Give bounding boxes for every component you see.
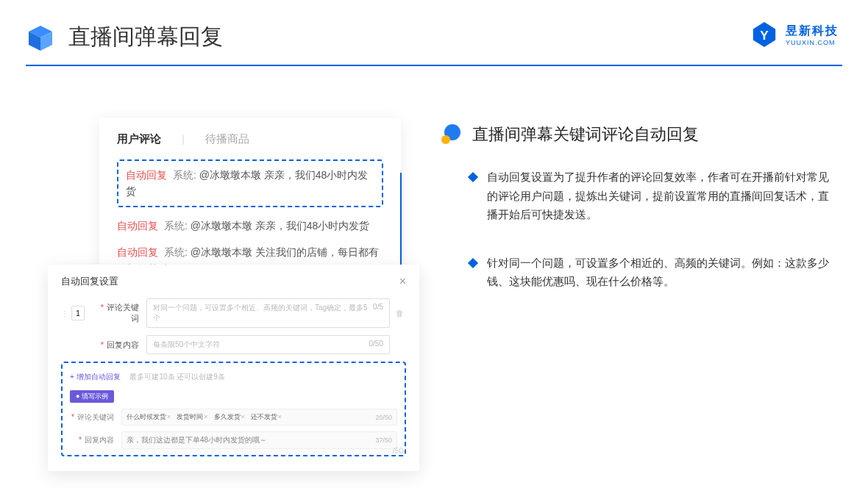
example-badge: ● 填写示例 (70, 390, 114, 403)
ex-tag: 还不发货× (251, 412, 282, 422)
keyword-row: ⋮⋮ 1 *评论关键词 对同一个问题，可设置多个相近、高频的关键词，Tag确定，… (61, 298, 406, 328)
tab-user-comments[interactable]: 用户评论 (117, 132, 161, 146)
dot-icon (441, 124, 462, 145)
logo-mark-icon: Y (750, 21, 778, 49)
ex-keyword-count: 20/50 (375, 414, 392, 421)
auto-reply-tag: 自动回复 (126, 169, 167, 181)
logo-text-en: YUUXIN.COM (786, 39, 839, 46)
ex-tag: 多久发货× (214, 412, 245, 422)
row-number: 1 (71, 306, 85, 320)
reply-placeholder: 每条限50个中文字符 (153, 340, 220, 350)
tab-separator: | (182, 132, 185, 146)
ex-keyword-input[interactable]: 什么时候发货× 发货时间× 多久发货× 还不发货× 20/50 (121, 409, 397, 426)
cube-icon (26, 23, 55, 52)
tab-row: 用户评论 | 待播商品 (117, 132, 383, 146)
brand-logo: Y 昱新科技 YUUXIN.COM (750, 21, 839, 49)
bullet-text: 自动回复设置为了提升作者的评论回复效率，作者可在开播前针对常见的评论用户问题，提… (487, 168, 831, 224)
keyword-count: 0/5 (373, 303, 383, 323)
auto-reply-tag: 自动回复 (117, 246, 158, 258)
ex-reply-count: 37/50 (375, 437, 392, 444)
highlighted-comment: 自动回复 系统: @冰墩墩本墩 亲亲，我们48小时内发货 (117, 159, 383, 207)
section-heading: 直播间弹幕关键词评论自动回复 (441, 123, 831, 146)
drag-handle-icon[interactable]: ⋮⋮ (61, 309, 68, 317)
svg-text:Y: Y (760, 29, 769, 43)
example-box: + 增加自动回复 最多可建10条 还可以创建9条 ● 填写示例 *评论关键词 什… (61, 362, 406, 456)
bullet-text: 针对同一个问题，可设置多个相近的、高频的关键词。例如：这款多少钱、这块能优惠吗、… (487, 254, 831, 291)
reply-input[interactable]: 每条限50个中文字符 0/50 (146, 335, 390, 354)
system-label: 系统: (164, 220, 188, 232)
logo-text-zh: 昱新科技 (786, 24, 839, 39)
tab-pending-products[interactable]: 待播商品 (205, 132, 249, 146)
settings-card: 自动回复设置 × ⋮⋮ 1 *评论关键词 对同一个问题，可设置多个相近、高频的关… (48, 265, 419, 471)
page-title: 直播间弹幕回复 (68, 22, 223, 52)
example-keyword-row: *评论关键词 什么时候发货× 发货时间× 多久发货× 还不发货× 20/50 (70, 409, 397, 426)
add-auto-reply-link[interactable]: + 增加自动回复 最多可建10条 还可以创建9条 (70, 372, 397, 382)
keyword-placeholder: 对同一个问题，可设置多个相近、高频的关键词，Tag确定，最多5个 (153, 303, 373, 323)
auto-reply-tag: 自动回复 (117, 220, 158, 232)
example-reply-row: *回复内容 亲，我们这边都是下单48小时内发货的哦～ 37/50 (70, 431, 397, 449)
ex-reply-label: *回复内容 (70, 435, 114, 445)
bullet-list: 自动回复设置为了提升作者的评论回复效率，作者可在开播前针对常见的评论用户问题，提… (469, 168, 831, 291)
bullet-item: 自动回复设置为了提升作者的评论回复效率，作者可在开播前针对常见的评论用户问题，提… (469, 168, 831, 224)
description-area: 直播间弹幕关键词评论自动回复 自动回复设置为了提升作者的评论回复效率，作者可在开… (441, 123, 831, 320)
stray-count: /50 (393, 447, 403, 455)
system-label: 系统: (164, 246, 188, 258)
ex-tag: 什么时候发货× (127, 412, 171, 422)
header-divider (26, 65, 842, 66)
ex-reply-input[interactable]: 亲，我们这边都是下单48小时内发货的哦～ 37/50 (121, 431, 397, 449)
diamond-icon (468, 257, 478, 268)
page-header: 直播间弹幕回复 (26, 22, 842, 52)
keyword-label: *评论关键词 (95, 302, 139, 324)
trash-icon[interactable]: 🗑 (396, 309, 406, 317)
settings-title-row: 自动回复设置 × (61, 275, 406, 288)
comment-text: @冰墩墩本墩 亲亲，我们48小时内发货 (191, 220, 370, 232)
close-icon[interactable]: × (399, 275, 406, 288)
reply-label: *回复内容 (95, 340, 139, 351)
comment-row: 自动回复 系统: @冰墩墩本墩 亲亲，我们48小时内发货 (117, 218, 383, 234)
ex-tag: 发货时间× (177, 412, 207, 422)
ex-reply-text: 亲，我们这边都是下单48小时内发货的哦～ (127, 435, 267, 445)
keyword-input[interactable]: 对同一个问题，可设置多个相近、高频的关键词，Tag确定，最多5个 0/5 (146, 298, 390, 328)
settings-title: 自动回复设置 (61, 275, 118, 288)
illustration-area: 用户评论 | 待播商品 自动回复 系统: @冰墩墩本墩 亲亲，我们48小时内发货… (37, 96, 419, 478)
bullet-item: 针对同一个问题，可设置多个相近的、高频的关键词。例如：这款多少钱、这块能优惠吗、… (469, 254, 831, 291)
reply-count: 0/50 (369, 340, 383, 350)
reply-row: *回复内容 每条限50个中文字符 0/50 (61, 335, 406, 354)
diamond-icon (468, 172, 478, 182)
system-label: 系统: (173, 169, 196, 181)
ex-keyword-label: *评论关键词 (70, 412, 114, 423)
add-hint: 最多可建10条 还可以创建9条 (129, 373, 224, 381)
section-title: 直播间弹幕关键词评论自动回复 (472, 123, 699, 146)
